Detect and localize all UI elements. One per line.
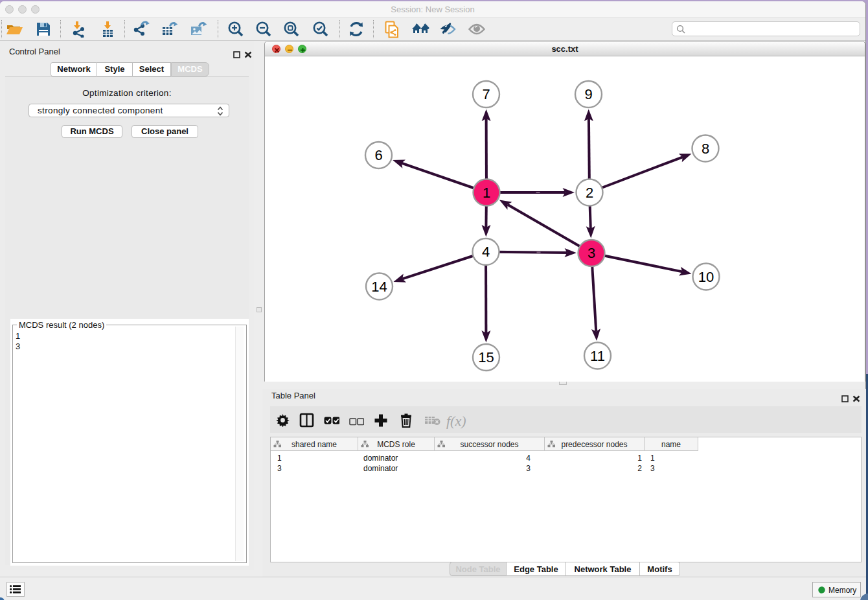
svg-text:3: 3 [588,245,595,261]
svg-text:10: 10 [698,269,714,285]
svg-text:1: 1 [483,185,490,201]
svg-text:7: 7 [482,86,490,102]
svg-text:6: 6 [374,147,382,163]
svg-text:15: 15 [478,349,494,365]
svg-text:9: 9 [584,86,592,102]
svg-text:11: 11 [590,348,605,364]
svg-text:8: 8 [702,141,709,157]
svg-text:14: 14 [371,279,387,295]
svg-text:4: 4 [482,244,490,260]
svg-text:2: 2 [586,185,593,201]
